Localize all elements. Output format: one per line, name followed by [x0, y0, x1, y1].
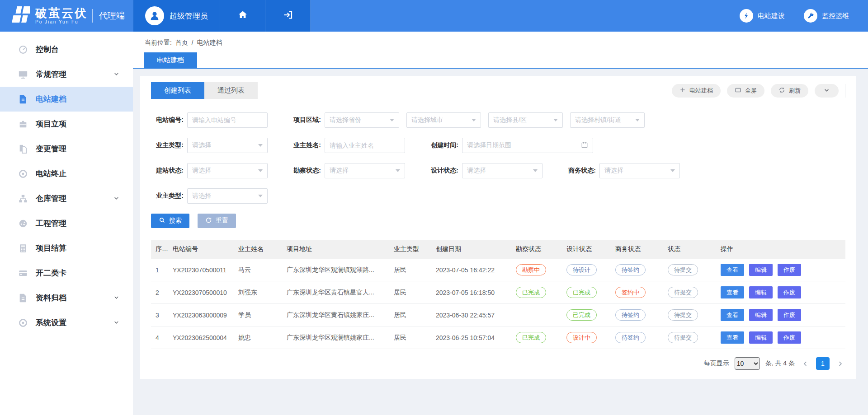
archive-icon [18, 293, 28, 303]
city-select[interactable]: 请选择城市 [406, 112, 481, 128]
user-menu[interactable]: 超级管理员 [133, 0, 220, 32]
logo-area: 破茧云伏 Po Jian Yun Fu 代理端 [0, 0, 133, 32]
void-button[interactable]: 作废 [778, 264, 801, 276]
town-select[interactable]: 请选择村镇/街道 [570, 112, 645, 128]
filter-form: 电站编号: 项目区域: 请选择省份 请选择城市 [151, 112, 845, 228]
sidebar: 控制台 常规管理 [0, 32, 133, 415]
header-user-area: 超级管理员 [133, 0, 311, 32]
nav-station-build[interactable]: 电站建设 [740, 9, 785, 23]
add-station-button[interactable]: 电站建档 [672, 84, 721, 98]
breadcrumb-home-link[interactable]: 首页 [175, 39, 188, 46]
table-row: 4 YX2023062500004 姚忠 广东深圳龙华区观澜镇姚家庄... 居民… [151, 326, 845, 349]
edit-button[interactable]: 编辑 [749, 331, 773, 344]
nav-station-build-label: 电站建设 [758, 12, 785, 20]
edit-button[interactable]: 编辑 [749, 309, 773, 321]
prev-page-button[interactable] [800, 360, 811, 367]
table-row: 1 YX2023070500011 马云 广东深圳龙华区观澜镇观湖路... 居民… [151, 259, 845, 281]
sidebar-item-data-archive[interactable]: 资料归档 [0, 285, 133, 310]
sidebar-item-console[interactable]: 控制台 [0, 37, 133, 62]
page-tab-station-archive[interactable]: 电站建档 [144, 52, 197, 68]
void-button[interactable]: 作废 [778, 309, 801, 321]
sidebar-item-system-settings[interactable]: 系统设置 [0, 310, 133, 335]
current-page-button[interactable]: 1 [816, 357, 830, 370]
nav-monitor-ops[interactable]: 监控运维 [804, 9, 849, 23]
total-count-label: 条, 共 4 条 [765, 359, 795, 368]
table-row: 2 YX2023070500010 刘强东 广东深圳龙华区黄石镇星官大... 居… [151, 281, 845, 304]
station-code-label: 电站编号: [151, 116, 184, 124]
tab-passed-list[interactable]: 通过列表 [204, 82, 258, 99]
dropdown-caret-icon [635, 119, 640, 121]
status-badge: 勘察中 [516, 264, 546, 276]
sidebar-item-station-archive[interactable]: 电站建档 [0, 87, 133, 112]
sidebar-item-label: 系统设置 [36, 317, 66, 328]
county-select[interactable]: 请选择县/区 [488, 112, 563, 128]
per-page-select[interactable]: 10 [735, 357, 760, 370]
chevron-down-icon [113, 319, 119, 327]
brand-logo-icon [9, 6, 30, 26]
top-header: 破茧云伏 Po Jian Yun Fu 代理端 超级管理员 [0, 0, 868, 32]
brand-title-en: Po Jian Yun Fu [35, 19, 88, 24]
breadcrumb-current: 电站建档 [197, 39, 222, 46]
dropdown-caret-icon [396, 169, 400, 172]
settings-icon [18, 318, 28, 328]
owner-name-input[interactable] [325, 138, 405, 153]
province-select[interactable]: 请选择省份 [325, 112, 399, 128]
collapse-toolbar-button[interactable] [815, 84, 839, 98]
build-status-select[interactable]: 请选择 [187, 163, 268, 178]
date-range-input[interactable]: 请选择日期范围 [462, 138, 593, 153]
view-button[interactable]: 查看 [721, 331, 744, 344]
survey-status-label: 勘察状态: [288, 167, 321, 175]
stations-table: 序号 电站编号 业主姓名 项目地址 业主类型 创建日期 勘察状态 设计状态 商务… [151, 240, 845, 349]
design-status-select[interactable]: 请选择 [462, 163, 542, 178]
search-button[interactable]: 搜索 [151, 214, 189, 228]
dropdown-caret-icon [390, 119, 394, 121]
sidebar-item-change-mgmt[interactable]: 变更管理 [0, 136, 133, 161]
sidebar-item-project-init[interactable]: 项目立项 [0, 112, 133, 136]
owner-name-label: 业主姓名: [288, 141, 321, 149]
home-button[interactable] [220, 0, 265, 32]
sidebar-item-general-mgmt[interactable]: 常规管理 [0, 62, 133, 87]
edit-button[interactable]: 编辑 [749, 264, 773, 276]
chevron-down-icon [113, 70, 119, 79]
survey-status-select[interactable]: 请选择 [325, 163, 405, 178]
fullscreen-icon [735, 87, 741, 95]
business-status-select[interactable]: 请选择 [599, 163, 680, 178]
dropdown-caret-icon [258, 169, 263, 172]
owner-type2-select[interactable]: 请选择 [187, 188, 268, 204]
project-region-label: 项目区域: [288, 116, 321, 124]
station-code-input[interactable] [187, 112, 268, 128]
target-icon [18, 169, 28, 179]
dropdown-caret-icon [258, 144, 263, 147]
void-button[interactable]: 作废 [778, 331, 801, 344]
refresh-button[interactable]: 刷新 [771, 84, 808, 98]
edit-button[interactable]: 编辑 [749, 286, 773, 298]
sidebar-item-label: 项目立项 [36, 119, 66, 129]
table-header-row: 序号 电站编号 业主姓名 项目地址 业主类型 创建日期 勘察状态 设计状态 商务… [151, 240, 845, 259]
reset-button[interactable]: 重置 [198, 214, 236, 228]
fullscreen-button[interactable]: 全屏 [727, 84, 764, 98]
calendar-icon [581, 141, 588, 150]
dropdown-caret-icon [553, 119, 558, 121]
void-button[interactable]: 作废 [778, 286, 801, 298]
dropdown-caret-icon [472, 119, 476, 121]
copy-icon [18, 144, 28, 154]
next-page-button[interactable] [835, 360, 845, 367]
tab-create-list[interactable]: 创建列表 [151, 82, 204, 99]
sidebar-item-warehouse-mgmt[interactable]: 仓库管理 [0, 186, 133, 211]
logout-button[interactable] [265, 0, 311, 32]
view-button[interactable]: 查看 [721, 264, 744, 276]
view-button[interactable]: 查看 [721, 286, 744, 298]
owner-type-select[interactable]: 请选择 [187, 138, 268, 153]
sidebar-item-engineering-mgmt[interactable]: 工程管理 [0, 211, 133, 236]
view-button[interactable]: 查看 [721, 309, 744, 321]
sidebar-item-station-terminate[interactable]: 电站终止 [0, 161, 133, 186]
gauge-icon [18, 219, 28, 228]
topbar: 当前位置: 首页 / 电站建档 电站建档 [133, 32, 868, 69]
sidebar-item-label: 开二类卡 [36, 268, 66, 278]
user-name: 超级管理员 [170, 11, 208, 21]
status-badge: 待提交 [668, 309, 698, 321]
chevron-down-icon [824, 87, 830, 94]
sidebar-item-project-settlement[interactable]: 项目结算 [0, 236, 133, 261]
sidebar-item-type2-card[interactable]: 开二类卡 [0, 261, 133, 285]
sidebar-item-label: 电站终止 [36, 168, 66, 179]
